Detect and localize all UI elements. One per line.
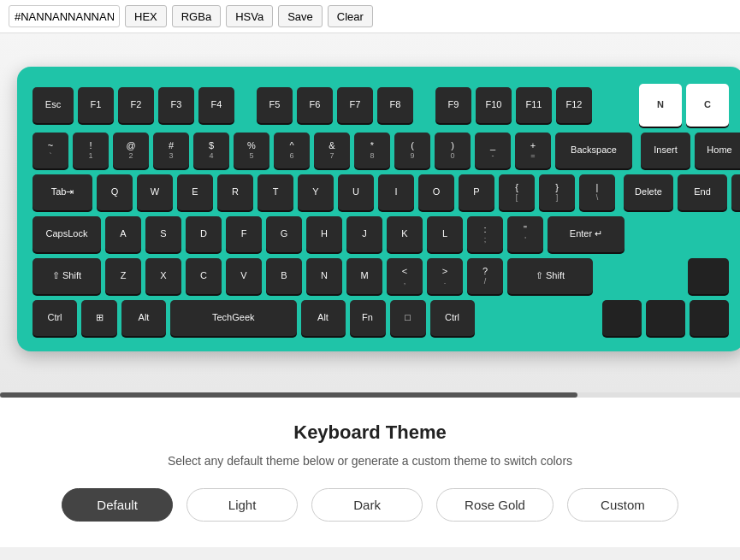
key-home[interactable]: Home: [695, 133, 740, 168]
key-9[interactable]: (9: [394, 133, 430, 168]
key-tilde[interactable]: ~`: [33, 133, 68, 168]
hsva-button[interactable]: HSVa: [226, 5, 273, 27]
key-m[interactable]: M: [346, 258, 382, 294]
key-f11[interactable]: F11: [516, 87, 552, 123]
key-slash[interactable]: ?/: [467, 258, 503, 294]
key-f[interactable]: F: [226, 216, 262, 252]
key-f12[interactable]: F12: [556, 87, 592, 123]
key-f1[interactable]: F1: [78, 87, 114, 123]
key-k[interactable]: K: [387, 216, 423, 252]
clear-button[interactable]: Clear: [328, 5, 373, 27]
key-f9[interactable]: F9: [435, 87, 471, 123]
theme-btn-default[interactable]: Default: [62, 488, 173, 522]
key-f7[interactable]: F7: [337, 87, 373, 123]
key-blank-2[interactable]: [602, 300, 642, 336]
key-f5[interactable]: F5: [257, 87, 293, 123]
theme-btn-rosegold[interactable]: Rose Gold: [436, 488, 554, 522]
key-esc[interactable]: Esc: [33, 87, 74, 123]
key-8[interactable]: *8: [354, 133, 390, 168]
key-i[interactable]: I: [378, 174, 414, 210]
key-v[interactable]: V: [226, 258, 262, 294]
key-win-left[interactable]: ⊞: [81, 300, 117, 336]
key-b[interactable]: B: [266, 258, 302, 294]
key-space[interactable]: TechGeek: [170, 300, 297, 336]
key-menu[interactable]: □: [390, 300, 426, 336]
key-c[interactable]: C: [186, 258, 222, 294]
color-input[interactable]: #NANNANNANNAN: [9, 5, 120, 27]
key-tab[interactable]: Tab⇥: [33, 174, 92, 210]
key-n[interactable]: N: [306, 258, 342, 294]
key-u[interactable]: U: [338, 174, 374, 210]
key-shift-left[interactable]: ⇧ Shift: [33, 258, 101, 294]
key-y[interactable]: Y: [298, 174, 334, 210]
key-alt-left[interactable]: Alt: [121, 300, 166, 336]
key-g[interactable]: G: [266, 216, 302, 252]
theme-buttons: Default Light Dark Rose Gold Custom: [17, 488, 723, 522]
key-w[interactable]: W: [137, 174, 173, 210]
key-capslock[interactable]: CapsLock: [33, 216, 101, 252]
key-backslash[interactable]: |\: [579, 174, 615, 210]
key-comma[interactable]: <,: [387, 258, 423, 294]
theme-btn-dark[interactable]: Dark: [311, 488, 423, 522]
key-insert[interactable]: Insert: [641, 133, 690, 168]
key-l[interactable]: L: [427, 216, 463, 252]
key-t[interactable]: T: [258, 174, 293, 210]
key-blank-3[interactable]: [646, 300, 685, 336]
key-r[interactable]: R: [217, 174, 253, 210]
key-enter[interactable]: Enter ↵: [548, 216, 625, 252]
key-a[interactable]: A: [105, 216, 141, 252]
key-end[interactable]: End: [678, 174, 727, 210]
key-equals[interactable]: +=: [515, 133, 551, 168]
key-3[interactable]: #3: [153, 133, 189, 168]
key-ctrl-left[interactable]: Ctrl: [33, 300, 77, 336]
theme-btn-light[interactable]: Light: [186, 488, 298, 522]
key-p[interactable]: P: [459, 174, 494, 210]
key-0[interactable]: )0: [435, 133, 471, 168]
key-o[interactable]: O: [418, 174, 454, 210]
key-z[interactable]: Z: [105, 258, 141, 294]
key-period[interactable]: >.: [427, 258, 463, 294]
key-alt-right[interactable]: Alt: [301, 300, 346, 336]
key-blank-4[interactable]: [690, 300, 729, 336]
key-f6[interactable]: F6: [297, 87, 333, 123]
key-f2[interactable]: F2: [118, 87, 154, 123]
key-c-special[interactable]: C: [686, 84, 729, 127]
key-d[interactable]: D: [186, 216, 222, 252]
key-x[interactable]: X: [145, 258, 181, 294]
keyboard: Esc F1 F2 F3 F4 F5 F6 F7 F8 F9 F10 F11 F…: [17, 67, 740, 351]
key-n-special[interactable]: N: [639, 84, 682, 127]
key-f8[interactable]: F8: [377, 87, 413, 123]
key-q[interactable]: Q: [97, 174, 133, 210]
key-quote[interactable]: "': [507, 216, 543, 252]
key-4[interactable]: $4: [193, 133, 229, 168]
key-h[interactable]: H: [306, 216, 342, 252]
key-fn[interactable]: Fn: [350, 300, 386, 336]
theme-btn-custom[interactable]: Custom: [567, 488, 678, 522]
key-ctrl-right[interactable]: Ctrl: [430, 300, 475, 336]
hex-button[interactable]: HEX: [125, 5, 167, 27]
key-row-2: ~` !1 @2 #3 $4 %5 ^6 &7 *8 (9 )0 _- += B…: [33, 133, 729, 168]
key-minus[interactable]: _-: [475, 133, 511, 168]
key-semicolon[interactable]: :;: [467, 216, 503, 252]
save-button[interactable]: Save: [278, 5, 323, 27]
key-7[interactable]: &7: [314, 133, 350, 168]
key-shift-right[interactable]: ⇧ Shift: [507, 258, 593, 294]
key-f4[interactable]: F4: [198, 87, 234, 123]
top-bar: #NANNANNANNAN HEX RGBa HSVa Save Clear: [0, 0, 740, 33]
key-delete[interactable]: Delete: [624, 174, 673, 210]
key-rbrace[interactable]: }]: [539, 174, 575, 210]
key-1[interactable]: !1: [73, 133, 109, 168]
key-e[interactable]: E: [177, 174, 213, 210]
key-blank-1[interactable]: [688, 258, 729, 294]
key-s[interactable]: S: [145, 216, 181, 252]
key-f3[interactable]: F3: [158, 87, 194, 123]
rgba-button[interactable]: RGBa: [172, 5, 221, 27]
key-2[interactable]: @2: [113, 133, 149, 168]
key-f10[interactable]: F10: [476, 87, 512, 123]
key-6[interactable]: ^6: [274, 133, 310, 168]
key-lbrace[interactable]: {[: [499, 174, 535, 210]
key-pagedown[interactable]: PageDown: [731, 174, 740, 210]
key-j[interactable]: J: [346, 216, 382, 252]
key-5[interactable]: %5: [234, 133, 269, 168]
key-backspace[interactable]: Backspace: [555, 133, 632, 168]
